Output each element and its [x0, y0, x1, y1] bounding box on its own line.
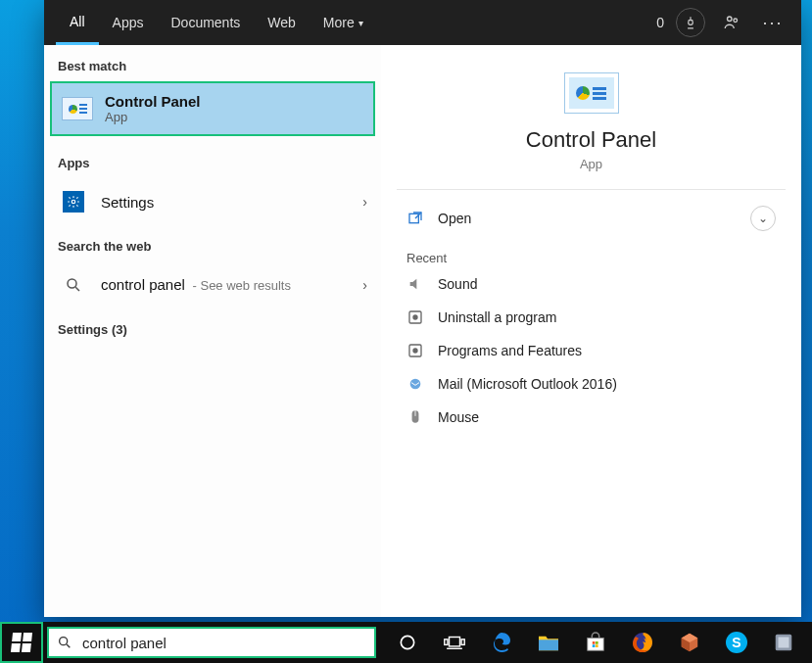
result-title: control panel [101, 276, 185, 293]
recent-label: Uninstall a program [438, 309, 556, 325]
rewards-count: 0 [656, 15, 664, 30]
mail-icon [406, 375, 424, 393]
detail-title: Control Panel [381, 127, 801, 153]
svg-point-9 [410, 379, 421, 390]
edge-icon[interactable] [478, 622, 525, 663]
section-settings: Settings (3) [44, 308, 381, 345]
recent-label: Programs and Features [438, 343, 582, 358]
result-title: Control Panel [105, 93, 201, 110]
recent-sound[interactable]: Sound [381, 267, 801, 301]
open-icon [406, 210, 424, 227]
chevron-right-icon: › [362, 194, 367, 210]
result-title: Settings [101, 194, 154, 211]
recent-mouse[interactable]: Mouse [381, 401, 801, 434]
svg-rect-18 [588, 638, 604, 650]
search-input[interactable] [82, 635, 366, 651]
svg-rect-21 [593, 644, 596, 647]
svg-rect-20 [596, 641, 598, 644]
svg-rect-19 [593, 641, 596, 644]
search-icon [58, 271, 89, 299]
tab-web[interactable]: Web [254, 0, 310, 45]
options-icon[interactable]: ··· [758, 8, 788, 37]
task-view-icon[interactable] [431, 622, 478, 663]
firefox-icon[interactable] [619, 622, 666, 663]
windows-logo-icon [11, 633, 32, 652]
skype-icon[interactable]: S [713, 622, 760, 663]
feedback-icon[interactable] [717, 8, 746, 37]
recent-heading: Recent [381, 237, 801, 267]
taskbar: S [0, 622, 812, 663]
taskbar-search[interactable] [47, 627, 376, 658]
detail-type: App [381, 157, 801, 171]
chevron-down-icon[interactable]: ⌄ [750, 206, 776, 231]
section-apps: Apps [44, 142, 381, 178]
svg-rect-4 [409, 213, 418, 222]
svg-rect-15 [445, 639, 448, 645]
action-open[interactable]: Open ⌄ [401, 200, 782, 237]
result-subtitle: App [105, 110, 201, 124]
detail-pane: Control Panel App Open ⌄ Recent [381, 45, 801, 617]
svg-text:S: S [732, 635, 740, 650]
recent-label: Mail (Microsoft Outlook 2016) [438, 376, 617, 392]
svg-rect-27 [779, 638, 789, 648]
tab-apps[interactable]: Apps [99, 0, 158, 45]
file-explorer-icon[interactable] [525, 622, 572, 663]
cortana-icon[interactable] [384, 622, 431, 663]
result-control-panel[interactable]: Control Panel App [50, 81, 375, 136]
svg-point-6 [413, 315, 417, 319]
svg-point-1 [734, 19, 738, 23]
speaker-icon [406, 275, 424, 293]
svg-rect-14 [450, 638, 460, 646]
results-list: Best match Control Panel App Apps [44, 45, 381, 617]
svg-rect-16 [461, 639, 464, 645]
tab-more[interactable]: More▾ [310, 0, 377, 45]
control-panel-icon-large [564, 72, 619, 114]
svg-point-13 [401, 636, 413, 648]
svg-point-2 [72, 200, 75, 204]
app-cube-icon[interactable] [666, 622, 713, 663]
gear-icon [58, 188, 89, 215]
store-icon[interactable] [572, 622, 619, 663]
result-settings[interactable]: Settings › [44, 178, 381, 225]
search-results-panel: All Apps Documents Web More▾ 0 ··· [44, 0, 801, 617]
chevron-right-icon: › [362, 277, 367, 293]
box-icon [406, 308, 424, 326]
filter-tab-bar: All Apps Documents Web More▾ 0 ··· [44, 0, 801, 45]
chevron-down-icon: ▾ [358, 18, 363, 28]
recent-label: Sound [438, 276, 477, 292]
control-panel-icon [62, 95, 93, 122]
result-web-search[interactable]: control panel - See web results › [44, 261, 381, 308]
search-icon [57, 635, 72, 650]
recent-programs-features[interactable]: Programs and Features [381, 334, 801, 367]
box-icon [406, 342, 424, 359]
rewards-icon[interactable] [676, 8, 705, 37]
svg-rect-22 [596, 644, 598, 647]
recent-uninstall[interactable]: Uninstall a program [381, 301, 801, 334]
mouse-icon [406, 408, 424, 426]
tab-documents[interactable]: Documents [157, 0, 254, 45]
pinned-app-icon[interactable] [760, 622, 807, 663]
svg-point-8 [413, 349, 417, 353]
tab-all[interactable]: All [56, 0, 99, 45]
section-search-web: Search the web [44, 225, 381, 261]
svg-point-3 [68, 279, 76, 288]
recent-label: Mouse [438, 409, 479, 425]
recent-mail[interactable]: Mail (Microsoft Outlook 2016) [381, 367, 801, 401]
svg-point-0 [728, 17, 733, 22]
section-best-match: Best match [44, 45, 381, 81]
action-label: Open [438, 211, 471, 226]
result-suffix: - See web results [189, 278, 291, 293]
svg-point-12 [60, 638, 68, 645]
start-button[interactable] [0, 622, 43, 663]
